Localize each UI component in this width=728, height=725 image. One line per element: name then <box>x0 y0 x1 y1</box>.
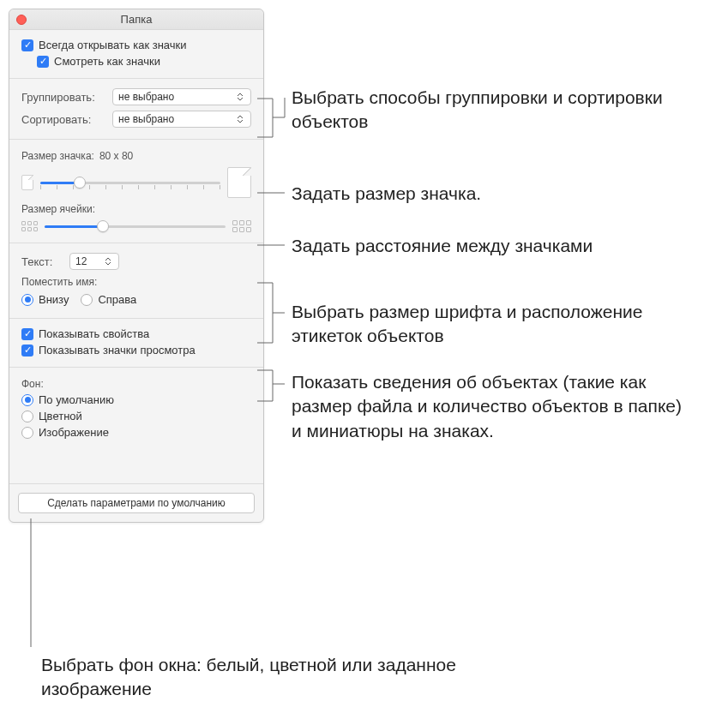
radio-icon <box>21 410 33 422</box>
checkmark-icon <box>37 56 49 68</box>
background-label: Фон: <box>21 374 251 392</box>
callout-grouping: Выбрать способы группировки и сортировки… <box>292 86 703 135</box>
popup-value: не выбрано <box>118 113 174 125</box>
callout-text: Выбрать размер шрифта и расположение эти… <box>292 300 703 349</box>
radio-right[interactable]: Справа <box>81 291 136 308</box>
chevron-updown-icon <box>103 257 113 266</box>
window-title: Папка <box>9 13 263 26</box>
icon-size-slider[interactable] <box>40 177 220 189</box>
section-open-as: Всегда открывать как значки Смотреть как… <box>9 30 263 79</box>
close-icon[interactable] <box>16 15 27 25</box>
callout-cell-size: Задать расстояние между значками <box>292 234 703 258</box>
popup-value: не выбрано <box>118 91 174 103</box>
checkbox-view-as-icons[interactable]: Смотреть как значки <box>21 53 251 69</box>
radio-icon <box>21 294 33 306</box>
radio-icon <box>81 294 93 306</box>
radio-icon <box>21 394 33 406</box>
cell-size-label: Размер ячейки: <box>21 200 251 217</box>
checkbox-label: Смотреть как значки <box>54 55 160 68</box>
text-label: Текст: <box>21 255 64 268</box>
checkbox-show-props[interactable]: Показывать свойства <box>21 326 251 342</box>
radio-label: Внизу <box>39 293 69 306</box>
radio-label: Цветной <box>39 410 82 422</box>
label-pos-label: Поместить имя: <box>21 273 251 290</box>
radio-bottom[interactable]: Внизу <box>21 291 69 308</box>
make-default-button[interactable]: Сделать параметрами по умолчанию <box>18 493 255 513</box>
checkbox-always-open[interactable]: Всегда открывать как значки <box>21 37 251 53</box>
checkbox-label: Показывать значки просмотра <box>39 344 196 357</box>
radio-bg-image[interactable]: Изображение <box>21 424 251 440</box>
section-sizes: Размер значка: 80 x 80 Размер ячейки: <box>9 140 263 243</box>
grid-loose-icon <box>232 220 251 232</box>
callout-icon-size: Задать размер значка. <box>292 182 703 206</box>
icon-size-label: Размер значка: <box>21 150 94 162</box>
footer: Сделать параметрами по умолчанию <box>9 484 263 522</box>
checkbox-show-preview[interactable]: Показывать значки просмотра <box>21 342 251 358</box>
radio-label: Справа <box>98 293 136 306</box>
grid-tight-icon <box>21 221 38 231</box>
popup-value: 12 <box>75 255 87 267</box>
text-size-popup[interactable]: 12 <box>69 253 119 270</box>
section-show: Показывать свойства Показывать значки пр… <box>9 319 263 368</box>
checkbox-label: Показывать свойства <box>39 327 149 340</box>
radio-label: По умолчанию <box>39 393 114 406</box>
chevron-updown-icon <box>235 115 245 123</box>
checkmark-icon <box>21 39 33 51</box>
radio-icon <box>21 427 33 439</box>
radio-bg-color[interactable]: Цветной <box>21 408 251 424</box>
cell-size-slider[interactable] <box>45 220 226 232</box>
view-options-window: Папка Всегда открывать как значки Смотре… <box>9 9 264 523</box>
section-arrange: Группировать: не выбрано Сортировать: не… <box>9 79 263 140</box>
chevron-updown-icon <box>235 93 245 101</box>
checkmark-icon <box>21 345 33 357</box>
file-large-icon <box>227 167 251 198</box>
radio-bg-default[interactable]: По умолчанию <box>21 392 251 408</box>
section-background: Фон: По умолчанию Цветной Изображение <box>9 368 263 484</box>
group-label: Группировать: <box>21 91 107 104</box>
group-popup[interactable]: не выбрано <box>112 88 251 105</box>
checkmark-icon <box>21 328 33 340</box>
callout-background: Выбрать фон окна: белый, цветной или зад… <box>41 653 556 702</box>
radio-label: Изображение <box>39 426 109 439</box>
icon-size-value: 80 x 80 <box>99 150 133 162</box>
checkbox-label: Всегда открывать как значки <box>39 39 187 51</box>
sort-label: Сортировать: <box>21 113 107 126</box>
titlebar: Папка <box>9 9 263 30</box>
file-small-icon <box>21 175 33 190</box>
callout-info: Показать сведения об объектах (такие как… <box>292 370 695 443</box>
section-text: Текст: 12 Поместить имя: Внизу Справа <box>9 243 263 319</box>
sort-popup[interactable]: не выбрано <box>112 111 251 128</box>
